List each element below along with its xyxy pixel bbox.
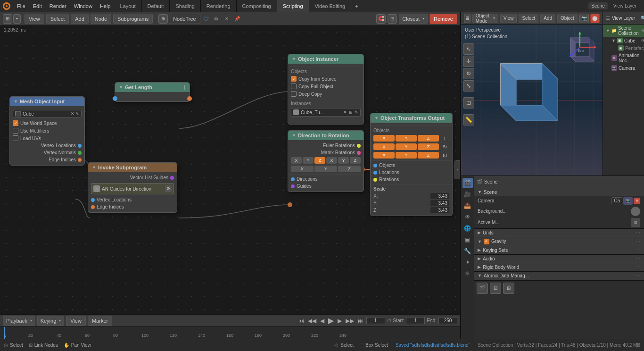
subprograms-btn[interactable]: Subprograms (113, 14, 153, 24)
menu-file[interactable]: File (13, 0, 29, 12)
close-nodetree-icon[interactable]: ✕ (222, 14, 231, 24)
node-btn[interactable]: Node (91, 14, 111, 24)
dir-x2-btn[interactable]: X (326, 157, 337, 164)
workspace-tab-video-editing[interactable]: Video Editing (309, 0, 352, 12)
dir-y3-btn[interactable]: Y (314, 166, 337, 172)
atomic-section-header[interactable]: ▼ Atomic Data Manag... ⋯ (474, 272, 644, 280)
play-first-btn[interactable]: ⏮ (297, 317, 305, 325)
node-canvas[interactable]: 1.2052 ms ‹ (0, 25, 460, 314)
add-workspace-btn[interactable]: + (351, 3, 362, 9)
props-particles-icon[interactable]: ✦ (462, 257, 473, 267)
move-tool[interactable]: ✛ (463, 56, 474, 67)
menu-help[interactable]: Help (96, 0, 115, 12)
closest-dropdown[interactable]: Closest▾ (399, 14, 428, 24)
tr-z2[interactable]: Z (418, 143, 439, 150)
outliner-anim-node[interactable]: ⊕ Animation Noc... 👁 (603, 52, 644, 64)
props-render-icon[interactable]: 🎥 (462, 189, 473, 200)
copy-from-source-cb[interactable] (291, 76, 297, 82)
workspace-tab-scripting[interactable]: Scripting (277, 0, 309, 12)
menu-edit[interactable]: Edit (29, 0, 46, 12)
outliner-scene-collection[interactable]: ▼ 📁 Scene Collection 👁 📷 (603, 25, 644, 37)
camera-type-icon[interactable]: 📷 (623, 197, 633, 205)
menu-window[interactable]: Window (70, 0, 96, 12)
camera-field[interactable]: Ca (611, 197, 622, 204)
scene-section-header[interactable]: ▼ Scene (474, 188, 644, 196)
get-length-collapse-icon[interactable]: ▼ (119, 85, 123, 90)
timeline-view-btn[interactable]: View (66, 316, 86, 326)
select-btn[interactable]: Select (46, 14, 69, 24)
workspace-tab-layout[interactable]: Layout (115, 0, 142, 12)
copy-full-object-cb[interactable] (291, 84, 297, 89)
tr-y3[interactable]: Y (396, 152, 417, 159)
node-object-transforms-output[interactable]: ▼ Object Transforms Output Objects X Y Z… (370, 113, 453, 216)
vp-object-btn[interactable]: Object (557, 14, 578, 23)
input-x-btn[interactable]: ✕ (71, 111, 74, 116)
props-world-icon[interactable]: 🌐 (462, 223, 473, 234)
tr-x3[interactable]: X (373, 152, 395, 159)
play-prev-btn[interactable]: ◀◀ (307, 317, 317, 325)
playback-dropdown[interactable]: Playback▾ (3, 316, 35, 326)
outliner-search-icon[interactable]: 🔍 (641, 16, 644, 21)
timeline-ruler[interactable]: 1 20 40 60 80 100 120 140 160 180 200 22… (0, 327, 460, 339)
tr-z3[interactable]: Z (418, 152, 439, 159)
measure-tool[interactable]: 📏 (463, 114, 474, 125)
vp-render-icon[interactable]: 📷 (579, 14, 589, 23)
dir-z3-btn[interactable]: Z (338, 166, 361, 172)
tr-y1[interactable]: Y (396, 135, 417, 142)
props-icon-1[interactable]: 🎬 (477, 283, 488, 294)
transforms-collapse-icon[interactable]: ▼ (374, 116, 379, 120)
input-edit-btn[interactable]: ✎ (75, 111, 79, 116)
dir-y2-btn[interactable]: Y (338, 157, 349, 164)
vp-overlay-icon[interactable]: ⬤ (590, 14, 600, 23)
camera-remove-btn[interactable]: ✕ (634, 198, 640, 204)
instance-link-btn[interactable]: ⊞ (349, 110, 353, 115)
vp-add-btn[interactable]: Add (540, 14, 555, 23)
add-btn[interactable]: Add (71, 14, 89, 24)
load-uvs-cb[interactable] (13, 135, 18, 141)
dir-z2-btn[interactable]: Z (350, 157, 361, 164)
outliner-cube[interactable]: ▼ ▣ Cube 👁 📷 (603, 37, 644, 44)
view-btn[interactable]: View (25, 14, 44, 24)
use-world-space-cb[interactable] (13, 120, 18, 126)
props-icon-3[interactable]: ⊞ (503, 283, 514, 294)
mesh-input-field[interactable]: ⬛ Cube ✕ ✎ (13, 110, 82, 117)
dir-x1-btn[interactable]: X (291, 157, 302, 164)
transform-tool[interactable]: ⊡ (463, 97, 474, 109)
props-scene-icon[interactable]: 🎬 (462, 178, 473, 188)
props-output-icon[interactable]: 📤 (462, 201, 473, 211)
audio-section-header[interactable]: ▶ Audio ⋯ (474, 255, 644, 263)
cursor-tool[interactable]: ↖ (463, 43, 474, 55)
workspace-tab-shading[interactable]: Shading (170, 0, 200, 12)
dir-x3-btn[interactable]: X (291, 166, 314, 172)
start-frame-input[interactable]: 1 (406, 317, 425, 324)
editor-collapse-btn[interactable]: ▾ (13, 14, 21, 24)
dir-y1-btn[interactable]: Y (303, 157, 314, 164)
play-next-btn[interactable]: ▶▶ (345, 317, 355, 325)
units-section-header[interactable]: ▶ Units ⋯ (474, 229, 644, 237)
invoke-inner-program[interactable]: ⊕ AN Guides for Direction ⚙ (91, 183, 174, 194)
tr-z1[interactable]: Z (418, 135, 439, 142)
keying-section-header[interactable]: ▶ Keying Sets ⋯ (474, 246, 644, 254)
cube-eye-icon[interactable]: 👁 (641, 38, 644, 43)
rigid-body-section-header[interactable]: ▶ Rigid Body World ⋯ (474, 263, 644, 271)
instancer-collapse-icon[interactable]: ▼ (292, 57, 296, 61)
instance-edit-btn[interactable]: ✎ (355, 110, 358, 115)
active-m-icon[interactable]: ⊡ (631, 218, 640, 227)
workspace-tab-default[interactable]: Default (142, 0, 170, 12)
gravity-cb[interactable] (484, 239, 489, 244)
scale-tool[interactable]: ⤡ (463, 80, 474, 92)
rotate-tool[interactable]: ↻ (463, 68, 474, 79)
tr-x1[interactable]: X (373, 135, 395, 142)
props-physics-icon[interactable]: ⚛ (462, 268, 473, 279)
pin-icon[interactable]: 📌 (232, 14, 242, 24)
remove-btn[interactable]: Remove (429, 14, 457, 24)
props-object-icon[interactable]: ▣ (462, 234, 473, 245)
props-view-icon[interactable]: 👁 (462, 212, 473, 222)
panel-collapse-handle[interactable]: ‹ (454, 160, 460, 179)
props-modifier-icon[interactable]: 🔧 (462, 246, 473, 256)
copy-icon[interactable]: ⧉ (212, 14, 221, 24)
play-btn[interactable]: ▶ (327, 315, 335, 326)
node-collapse-icon[interactable]: ▼ (14, 99, 18, 104)
dir-z1-btn[interactable]: Z (314, 157, 325, 164)
node-tree-type-btn[interactable]: ⊕ (158, 14, 168, 24)
